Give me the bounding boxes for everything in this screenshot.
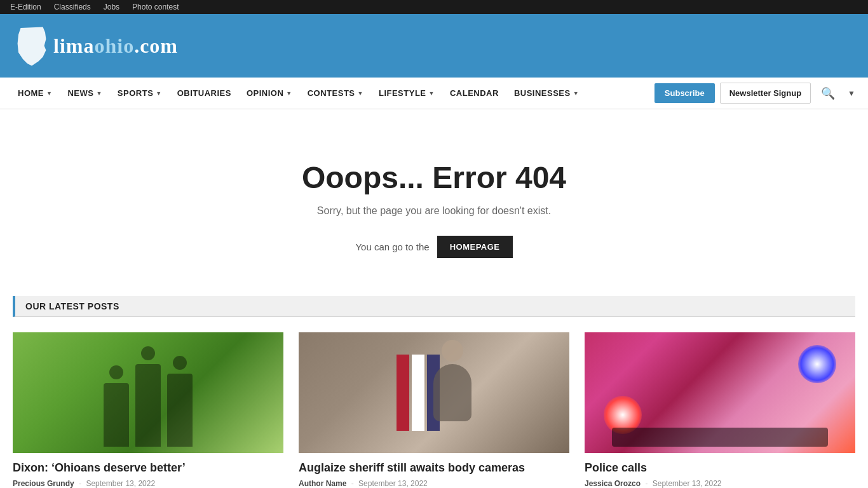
latest-posts-section: OUR LATEST POSTS Dixon: ‘Ohioans deserve… [13, 296, 855, 488]
post-meta-1: Precious Grundy - September 13, 2022 [13, 479, 283, 488]
nav-items: HOME ▼ NEWS ▼ SPORTS ▼ OBITUARIES OPINIO… [10, 79, 654, 107]
post-author-1: Precious Grundy [13, 479, 74, 488]
nav-bar: HOME ▼ NEWS ▼ SPORTS ▼ OBITUARIES OPINIO… [0, 78, 868, 109]
nav-home-label: HOME [18, 88, 44, 98]
latest-posts-header: OUR LATEST POSTS [13, 296, 855, 317]
nav-calendar[interactable]: CALENDAR [442, 79, 506, 107]
post-date-2: September 13, 2022 [358, 479, 428, 488]
go-text: You can go to the [355, 241, 429, 252]
blue-light [798, 345, 836, 383]
nav-sports-label: SPORTS [118, 88, 153, 98]
nav-contests-label: CONTESTS [308, 88, 355, 98]
nav-right: Subscribe Newsletter Signup 🔍 ▼ [654, 83, 858, 104]
nav-businesses-chevron: ▼ [573, 90, 579, 97]
post-image-1 [13, 332, 283, 453]
search-button[interactable]: 🔍 [816, 84, 840, 103]
post-separator-1: - [79, 479, 83, 488]
post-title-2[interactable]: Auglaize sheriff still awaits body camer… [299, 461, 569, 475]
post-title-1[interactable]: Dixon: ‘Ohioans deserve better’ [13, 461, 283, 475]
nav-news-label: NEWS [67, 88, 93, 98]
post-date-1: September 13, 2022 [86, 479, 155, 488]
ohio-map-icon [13, 24, 51, 68]
nav-lifestyle[interactable]: LIFESTYLE ▼ [371, 79, 442, 107]
nav-news-chevron: ▼ [96, 90, 102, 97]
post-image-2 [299, 332, 569, 453]
newsletter-button[interactable]: Newsletter Signup [720, 83, 811, 104]
nav-lifestyle-label: LIFESTYLE [379, 88, 426, 98]
subscribe-button[interactable]: Subscribe [654, 83, 715, 103]
nav-lifestyle-chevron: ▼ [429, 90, 435, 97]
post-card-1: Dixon: ‘Ohioans deserve better’ Precious… [13, 332, 283, 488]
post-title-3[interactable]: Police calls [585, 461, 855, 475]
classifieds-link[interactable]: Classifieds [54, 3, 91, 11]
post-separator-2: - [351, 479, 356, 488]
post-author-3: Jessica Orozco [585, 479, 641, 488]
post-meta-2: Author Name - September 13, 2022 [299, 479, 569, 488]
logo[interactable]: limaohio.com [13, 24, 178, 68]
e-edition-link[interactable]: E-Edition [10, 3, 41, 11]
error-title: Ooops... Error 404 [25, 160, 843, 195]
nav-home[interactable]: HOME ▼ [10, 79, 60, 107]
nav-opinion-chevron: ▼ [286, 90, 292, 97]
nav-contests[interactable]: CONTESTS ▼ [300, 79, 371, 107]
post-card-2: Auglaize sheriff still awaits body camer… [299, 332, 569, 488]
logo-text: limaohio.com [53, 34, 178, 58]
nav-opinion-label: OPINION [247, 88, 283, 98]
nav-businesses[interactable]: BUSINESSES ▼ [506, 79, 587, 107]
main-content: Ooops... Error 404 Sorry, but the page y… [0, 109, 868, 488]
post-author-2: Author Name [299, 479, 346, 488]
nav-home-chevron: ▼ [46, 90, 52, 97]
post-meta-3: Jessica Orozco - September 13, 2022 [585, 479, 855, 488]
nav-sports[interactable]: SPORTS ▼ [110, 79, 170, 107]
nav-opinion[interactable]: OPINION ▼ [239, 79, 300, 107]
post-image-3 [585, 332, 855, 453]
search-icon: 🔍 [821, 87, 835, 100]
nav-obituaries[interactable]: OBITUARIES [170, 79, 239, 107]
nav-news[interactable]: NEWS ▼ [60, 79, 109, 107]
site-header: limaohio.com [0, 14, 868, 78]
post-date-3: September 13, 2022 [653, 479, 722, 488]
post-card-3: Police calls Jessica Orozco - September … [585, 332, 855, 488]
homepage-button[interactable]: HOMEPAGE [437, 236, 513, 258]
photo-contest-link[interactable]: Photo contest [132, 3, 179, 11]
jobs-link[interactable]: Jobs [104, 3, 119, 11]
top-bar: E-Edition Classifieds Jobs Photo contest [0, 0, 868, 14]
homepage-row: You can go to the HOMEPAGE [25, 236, 843, 258]
nav-businesses-label: BUSINESSES [514, 88, 571, 98]
post-separator-3: - [645, 479, 649, 488]
posts-grid: Dixon: ‘Ohioans deserve better’ Precious… [13, 332, 855, 488]
error-section: Ooops... Error 404 Sorry, but the page y… [13, 135, 855, 296]
nav-contests-chevron: ▼ [358, 90, 363, 97]
nav-sports-chevron: ▼ [156, 90, 161, 97]
nav-dropdown-arrow[interactable]: ▼ [845, 89, 858, 98]
nav-calendar-label: CALENDAR [450, 88, 499, 98]
nav-obituaries-label: OBITUARIES [177, 88, 231, 98]
error-subtitle: Sorry, but the page you are looking for … [25, 205, 843, 217]
